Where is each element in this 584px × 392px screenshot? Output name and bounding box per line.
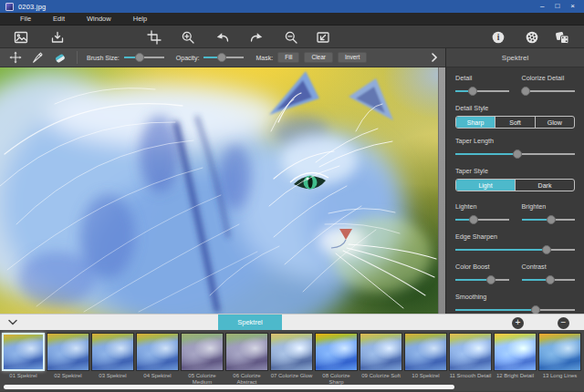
opacity-label: Opacity:	[176, 55, 200, 61]
preset-thumbnail-label: 05 Colorize Medium	[182, 373, 224, 386]
contrast-label: Contrast	[522, 263, 576, 271]
collapse-panel-button[interactable]	[431, 53, 438, 62]
menu-edit[interactable]: Edit	[42, 13, 76, 26]
colorize-detail-slider[interactable]	[522, 86, 576, 96]
compare-original-button[interactable]	[315, 29, 330, 45]
app-icon	[5, 3, 14, 11]
maximize-button[interactable]: □	[555, 0, 559, 13]
slider-thumb[interactable]	[513, 150, 522, 159]
detail-slider[interactable]	[455, 86, 509, 96]
photo-icon	[14, 30, 28, 45]
zoom-out-button[interactable]	[283, 29, 298, 45]
zoom-in-button[interactable]	[180, 29, 195, 45]
slider-thumb[interactable]	[135, 53, 144, 62]
slider-thumb[interactable]	[531, 305, 540, 315]
mask-fill-button[interactable]: Fill	[277, 52, 299, 64]
detail-style-glow[interactable]: Glow	[536, 117, 574, 128]
preset-category-tab[interactable]: Spektrel	[218, 315, 282, 331]
menu-file[interactable]: File	[9, 13, 42, 26]
preset-thumbnail[interactable]: 01 Spektrel	[2, 333, 45, 391]
eraser-icon	[53, 51, 67, 64]
save-button[interactable]	[49, 29, 65, 45]
slider-thumb[interactable]	[542, 245, 551, 254]
info-button[interactable]: i	[490, 29, 506, 45]
slider-thumb[interactable]	[547, 215, 556, 224]
preset-thumbnail[interactable]: 10 Spektrel	[404, 333, 447, 391]
preset-thumbnail[interactable]: 08 Colorize Sharp	[315, 333, 358, 391]
detail-label: Detail	[455, 74, 509, 82]
lighten-slider[interactable]	[455, 214, 509, 224]
slider-track	[455, 279, 509, 281]
mask-clear-button[interactable]: Clear	[304, 52, 333, 64]
redo-button[interactable]	[248, 29, 264, 45]
preset-thumbnail[interactable]: 06 Colorize Abstract	[225, 333, 268, 391]
menu-help[interactable]: Help	[122, 13, 158, 26]
brush-size-slider[interactable]	[124, 53, 164, 63]
eraser-tool-button[interactable]	[51, 50, 68, 65]
preset-thumbnail-image	[91, 333, 134, 371]
preset-thumbnail-label: 12 Bright Detail	[496, 373, 534, 379]
zoom-in-icon	[181, 30, 195, 45]
info-icon: i	[491, 30, 506, 45]
preset-thumbnail[interactable]: 03 Spektrel	[91, 333, 134, 391]
thumbnail-scrollbar[interactable]	[4, 385, 454, 389]
menu-window[interactable]: Window	[76, 13, 122, 26]
contrast-slider[interactable]	[522, 274, 576, 284]
slider-thumb[interactable]	[469, 215, 478, 224]
preset-bar: Spektrel + −	[0, 314, 584, 330]
minimize-button[interactable]: –	[540, 0, 544, 13]
mask-invert-button[interactable]: Invert	[338, 52, 367, 64]
undo-button[interactable]	[214, 29, 230, 45]
taper-style-label: Taper Style	[455, 167, 575, 175]
preset-thumbnail[interactable]: 04 Spektrel	[136, 333, 179, 391]
slider-track	[455, 249, 575, 251]
crop-icon	[147, 30, 162, 45]
remove-preset-button[interactable]: −	[558, 317, 569, 329]
brush-tool-button[interactable]	[29, 50, 46, 65]
slider-thumb[interactable]	[521, 87, 530, 96]
preset-thumbnail-label: 08 Colorize Sharp	[316, 373, 358, 386]
preset-thumbnail[interactable]: 13 Long Lines	[538, 333, 581, 391]
preset-thumbnail[interactable]: 12 Bright Detail	[494, 333, 537, 391]
preset-thumbnail[interactable]: 05 Colorize Medium	[181, 333, 224, 391]
settings-panel: Spektrel Detail Colorize Detail Detail S…	[445, 48, 584, 314]
taper-style-light[interactable]: Light	[456, 180, 516, 191]
preset-thumbnail[interactable]: 02 Spektrel	[47, 333, 89, 391]
edge-sharpen-slider[interactable]	[455, 244, 575, 254]
randomize-button[interactable]	[554, 29, 569, 45]
preset-thumbnail[interactable]: 07 Colorize Glow	[270, 333, 313, 391]
preset-thumbnail[interactable]: 09 Colorize Soft	[360, 333, 402, 391]
slider-thumb[interactable]	[546, 275, 555, 284]
svg-text:i: i	[496, 33, 499, 42]
move-icon	[9, 51, 22, 64]
slider-thumb[interactable]	[468, 87, 477, 96]
settings-button[interactable]	[524, 29, 539, 45]
crop-button[interactable]	[146, 29, 162, 45]
photo-presets-button[interactable]	[13, 29, 28, 45]
app-window: 0203.jpg – □ × File Edit Window Help	[0, 0, 584, 392]
canvas-scrollbar[interactable]	[438, 67, 445, 314]
close-button[interactable]: ×	[570, 0, 575, 13]
undo-icon	[215, 30, 230, 45]
preset-thumbnail-image	[494, 333, 537, 371]
canvas-image[interactable]	[0, 67, 445, 314]
add-preset-button[interactable]: +	[512, 317, 524, 329]
color-boost-slider[interactable]	[455, 274, 509, 284]
preset-thumbnail[interactable]: 11 Smooth Detail	[449, 333, 492, 391]
opacity-slider[interactable]	[203, 53, 244, 63]
preset-thumbnail-label: 10 Spektrel	[412, 373, 439, 379]
taper-style-dark[interactable]: Dark	[516, 180, 574, 191]
detail-style-soft[interactable]: Soft	[495, 117, 535, 128]
slider-thumb[interactable]	[486, 275, 495, 284]
preset-thumbnail-label: 09 Colorize Soft	[361, 373, 401, 379]
preset-thumbnail-image	[315, 333, 358, 371]
slider-thumb[interactable]	[217, 53, 226, 62]
move-tool-button[interactable]	[7, 50, 24, 65]
lighten-label: Lighten	[455, 202, 509, 211]
chevron-down-icon	[8, 319, 17, 325]
detail-style-label: Detail Style	[455, 104, 575, 112]
taper-length-slider[interactable]	[455, 149, 575, 159]
collapse-presets-button[interactable]	[8, 319, 17, 325]
brighten-slider[interactable]	[522, 214, 576, 224]
detail-style-sharp[interactable]: Sharp	[456, 117, 495, 128]
